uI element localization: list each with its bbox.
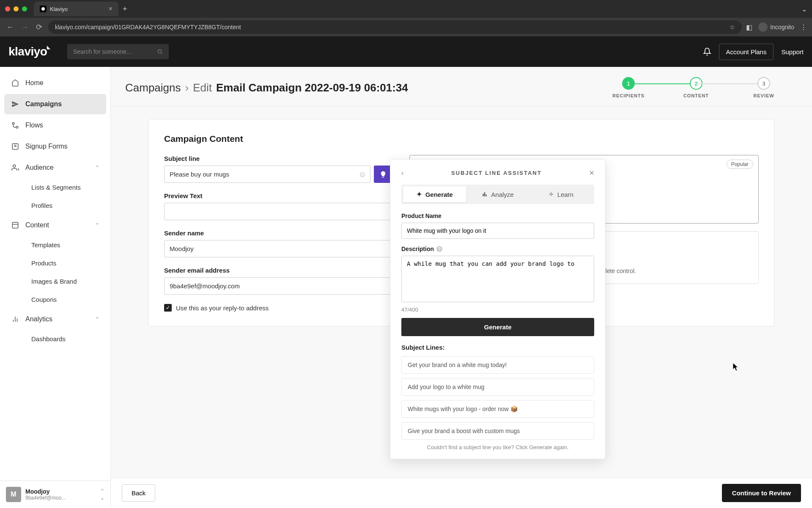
preview-text-input[interactable] — [164, 203, 392, 220]
breadcrumb-campaigns[interactable]: Campaigns — [125, 81, 181, 94]
help-icon[interactable]: ? — [436, 246, 442, 252]
address-bar[interactable]: klaviyo.com/campaign/01GRDAK4A2YG8NQEFMY… — [48, 20, 742, 34]
sidebar: Home Campaigns Flows Signup Forms Audien… — [0, 67, 111, 508]
svg-point-3 — [12, 122, 14, 124]
global-search[interactable] — [67, 44, 169, 59]
account-name: Moodjoy — [25, 488, 96, 495]
assistant-tabs: ✦ Generate Analyze ✧ Learn — [401, 185, 594, 204]
nav-analytics[interactable]: Analytics ⌃ — [4, 309, 106, 329]
svg-point-1 — [158, 50, 161, 53]
svg-rect-9 — [12, 222, 18, 228]
sender-name-label: Sender name — [164, 229, 392, 237]
browser-toolbar-right: ◧ Incognito ⋮ — [746, 22, 807, 32]
breadcrumb: Campaigns › Edit Email Campaign 2022-09-… — [125, 81, 408, 94]
step-review[interactable]: 3 REVIEW — [730, 77, 798, 98]
sender-email-label: Sender email address — [164, 267, 392, 274]
nav-flows[interactable]: Flows — [4, 115, 106, 135]
nav-audience[interactable]: Audience ⌃ — [4, 157, 106, 178]
browser-reload-button[interactable]: ⟳ — [34, 22, 44, 32]
subject-line-result[interactable]: Give your brand a boost with custom mugs — [401, 422, 594, 440]
nav-profiles[interactable]: Profiles — [25, 197, 106, 214]
subject-line-result[interactable]: Get your brand on a white mug today! — [401, 356, 594, 374]
reply-to-checkbox-row[interactable]: ✓ Use this as your reply-to address — [164, 304, 392, 312]
nav-campaigns[interactable]: Campaigns — [4, 94, 106, 114]
subject-line-input[interactable] — [164, 166, 370, 183]
sender-name-input[interactable] — [164, 240, 392, 257]
page-title: Email Campaign 2022-09-19 06:01:34 — [216, 81, 408, 94]
nav-content[interactable]: Content ⌃ — [4, 215, 106, 235]
wand-icon: ✦ — [417, 190, 422, 198]
nav-lists-segments[interactable]: Lists & Segments — [25, 179, 106, 196]
search-icon[interactable] — [157, 49, 163, 55]
assistant-back-button[interactable]: ‹ — [401, 169, 403, 177]
subject-line-label: Subject line — [164, 155, 392, 162]
browser-tab[interactable]: Klaviyo × — [34, 2, 118, 16]
klaviyo-logo[interactable]: klaviyo◣ — [8, 45, 50, 58]
svg-point-8 — [13, 165, 16, 167]
support-link[interactable]: Support — [781, 48, 804, 55]
assistant-title: SUBJECT LINE ASSISTANT — [451, 170, 542, 176]
account-avatar: M — [6, 487, 21, 502]
subject-line-result[interactable]: Add your logo to a white mug — [401, 378, 594, 396]
analytics-icon — [11, 315, 19, 323]
browser-menu-icon[interactable]: ⋮ — [800, 23, 807, 31]
tab-title: Klaviyo — [50, 6, 68, 12]
tab-close-icon[interactable]: × — [109, 5, 112, 13]
svg-rect-16 — [486, 195, 487, 196]
svg-rect-14 — [483, 194, 484, 196]
browser-forward-button[interactable]: → — [19, 23, 30, 32]
window-controls — [5, 6, 27, 11]
nav-signup-forms[interactable]: Signup Forms — [4, 136, 106, 157]
svg-line-2 — [161, 53, 162, 54]
bookmark-star-icon[interactable]: ☆ — [730, 24, 735, 30]
back-button[interactable]: Back — [122, 484, 155, 502]
emoji-picker-icon[interactable]: ☺ — [359, 170, 366, 179]
step-content[interactable]: 2 CONTENT — [662, 77, 730, 98]
account-plans-button[interactable]: Account Plans — [719, 44, 774, 60]
search-input[interactable] — [73, 48, 157, 55]
extensions-icon[interactable]: ◧ — [746, 23, 752, 31]
nav-coupons[interactable]: Coupons — [25, 291, 106, 308]
tab-learn[interactable]: ✧ Learn — [529, 186, 593, 202]
nav-dashboards[interactable]: Dashboards — [25, 330, 106, 348]
footer-bar: Back Continue to Review — [111, 478, 812, 508]
window-minimize[interactable] — [14, 6, 19, 11]
checkbox-icon[interactable]: ✓ — [164, 304, 172, 312]
app-header: klaviyo◣ Account Plans Support — [0, 36, 812, 67]
notifications-bell-icon[interactable] — [703, 47, 711, 56]
window-maximize[interactable] — [22, 6, 27, 11]
product-name-input[interactable] — [401, 223, 594, 239]
account-switcher[interactable]: M Moodjoy 9ba4e9ef@moo... ⌃⌄ — [0, 480, 110, 508]
form-icon — [11, 142, 19, 151]
window-close[interactable] — [5, 6, 10, 11]
browser-back-button[interactable]: ← — [5, 23, 15, 32]
home-icon — [11, 79, 19, 87]
subject-line-assistant-popover: ‹ SUBJECT LINE ASSISTANT × ✦ Generate — [390, 159, 606, 459]
chevron-up-icon: ⌃ — [95, 165, 99, 171]
content-icon — [11, 221, 19, 229]
description-textarea[interactable] — [401, 256, 594, 302]
nav-home[interactable]: Home — [4, 73, 106, 93]
preview-text-label: Preview Text — [164, 192, 392, 199]
nav-templates[interactable]: Templates — [25, 236, 106, 254]
tab-analyze[interactable]: Analyze — [466, 186, 529, 202]
assistant-close-button[interactable]: × — [589, 168, 594, 178]
continue-to-review-button[interactable]: Continue to Review — [722, 484, 801, 502]
chevron-up-icon: ⌃ — [95, 316, 99, 322]
incognito-icon — [758, 22, 768, 32]
new-tab-button[interactable]: + — [123, 5, 127, 14]
incognito-badge[interactable]: Incognito — [758, 22, 794, 32]
nav-images-brand[interactable]: Images & Brand — [25, 273, 106, 290]
step-recipients[interactable]: 1 RECIPIENTS — [595, 77, 662, 98]
svg-point-4 — [16, 126, 18, 128]
nav-products[interactable]: Products — [25, 254, 106, 272]
tab-generate[interactable]: ✦ Generate — [403, 186, 466, 202]
bar-chart-icon — [482, 191, 488, 197]
chevron-up-icon: ⌃ — [95, 222, 99, 228]
regenerate-hint: Couldn't find a subject line you like? C… — [401, 444, 594, 450]
subject-line-result[interactable]: White mugs with your logo - order now 📦 — [401, 400, 594, 418]
address-url: klaviyo.com/campaign/01GRDAK4A2YG8NQEFMY… — [55, 24, 241, 30]
tabs-dropdown-icon[interactable]: ⌄ — [801, 5, 807, 13]
generate-button[interactable]: Generate — [401, 318, 594, 336]
sender-email-input[interactable] — [164, 277, 392, 295]
